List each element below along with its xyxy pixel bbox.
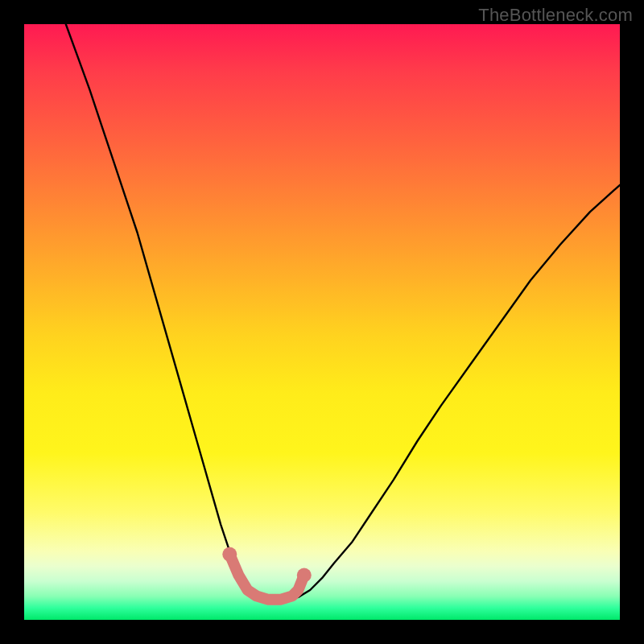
trough-endpoint-dot — [297, 568, 312, 583]
trough-stroke — [229, 555, 304, 600]
bottleneck-curve — [66, 24, 620, 601]
plot-area — [24, 24, 620, 620]
watermark-text: TheBottleneck.com — [478, 5, 633, 26]
trough-endpoint-dot — [222, 547, 237, 562]
chart-overlay — [24, 24, 620, 620]
trough-marker-group — [222, 547, 312, 600]
chart-frame: TheBottleneck.com — [0, 0, 644, 644]
